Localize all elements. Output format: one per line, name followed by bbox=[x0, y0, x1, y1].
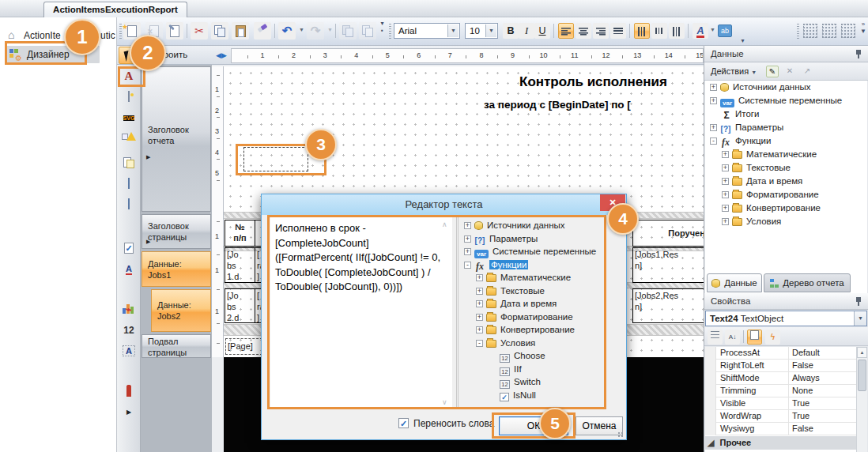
scroll-up-icon[interactable]: ∧ bbox=[442, 220, 447, 228]
tree-item[interactable]: 12IIf bbox=[488, 363, 522, 375]
scroll-up-icon[interactable]: ▲ bbox=[857, 347, 867, 358]
combo-arrow-icon[interactable]: ▼ bbox=[854, 311, 866, 326]
property-row[interactable]: VisibleTrue bbox=[705, 397, 856, 410]
page-nav-control[interactable]: ◀▶ bbox=[213, 49, 230, 62]
scroll-down-icon[interactable]: ∨ bbox=[442, 398, 447, 406]
expand-icon[interactable]: + bbox=[464, 222, 471, 229]
tree-item[interactable]: -fxФункции bbox=[710, 134, 771, 147]
tree-item[interactable]: +Математические bbox=[476, 271, 571, 284]
property-value[interactable]: True bbox=[792, 411, 810, 420]
gauge-tool-button[interactable] bbox=[119, 383, 138, 401]
band-report-title[interactable]: Заголовок отчета ▶ bbox=[142, 66, 211, 212]
bring-to-front-button[interactable] bbox=[339, 22, 357, 40]
actions-menu[interactable]: Действия bbox=[711, 66, 749, 76]
tree-item[interactable]: +[?]Параметры bbox=[710, 121, 783, 134]
cut-button[interactable]: ✂ bbox=[191, 22, 208, 40]
actions-dropdown-icon[interactable]: ▼ bbox=[751, 70, 757, 75]
expand-icon[interactable]: + bbox=[722, 218, 729, 225]
collapse-icon[interactable]: - bbox=[710, 137, 717, 145]
snap-grid-button[interactable] bbox=[841, 24, 855, 38]
expand-icon[interactable]: + bbox=[476, 326, 483, 333]
property-value[interactable]: False bbox=[792, 360, 813, 370]
italic-button[interactable]: I bbox=[519, 23, 534, 39]
dialog-splitter[interactable] bbox=[455, 217, 459, 409]
data-cell-jobs1-number[interactable]: [Jo bs 1.d bbox=[225, 247, 255, 283]
image-tool-button[interactable] bbox=[119, 88, 138, 106]
expand-icon[interactable]: + bbox=[722, 178, 729, 185]
tab-data[interactable]: Данные bbox=[707, 273, 762, 292]
page-number-cell[interactable]: [Page] bbox=[225, 338, 262, 355]
property-grid-scrollbar[interactable]: ▲ bbox=[856, 347, 867, 452]
tree-item[interactable]: +Форматирование bbox=[476, 311, 573, 323]
valign-bottom-button[interactable] bbox=[669, 23, 685, 39]
property-category-row[interactable]: ◢ Прочее bbox=[705, 436, 856, 450]
text-highlight-button[interactable]: ab bbox=[718, 24, 732, 37]
wordwrap-checkbox[interactable]: ✓ bbox=[398, 418, 409, 428]
text-tool-button[interactable]: A bbox=[119, 67, 138, 85]
richtext-tool-button[interactable]: A bbox=[119, 260, 138, 278]
font-size-combo[interactable]: 10▼ bbox=[465, 23, 498, 39]
tree-item[interactable]: +Текстовые bbox=[722, 161, 791, 174]
map-tool-button[interactable] bbox=[119, 363, 138, 381]
tree-item[interactable]: -fxФункции bbox=[464, 258, 528, 271]
checkbox-tool-button[interactable]: ✓ bbox=[119, 239, 138, 258]
text-in-cells-tool-button[interactable]: A bbox=[119, 342, 138, 360]
expand-icon[interactable]: + bbox=[476, 314, 483, 321]
pin-icon[interactable] bbox=[855, 50, 862, 58]
dialog-title[interactable]: Редактор текста bbox=[262, 194, 626, 215]
tree-item[interactable]: +Источники данных bbox=[710, 81, 811, 93]
data-cell-jobs1-resolution[interactable]: [Jobs1.Res n] bbox=[632, 247, 704, 283]
property-row[interactable]: TrimmingNone bbox=[705, 385, 856, 397]
format-painter-button[interactable] bbox=[254, 22, 271, 40]
band-page-header[interactable]: Заголовок страницы ▶ bbox=[142, 214, 211, 249]
edit-icon[interactable]: ✎ bbox=[766, 66, 779, 77]
expand-icon[interactable]: + bbox=[722, 191, 729, 198]
tree-item[interactable]: +Конвертирование bbox=[476, 323, 575, 336]
tree-item[interactable]: +Конвертирование bbox=[722, 202, 821, 214]
band-data-jobs2[interactable]: Данные: Jobs2 bbox=[151, 289, 211, 332]
scroll-thumb[interactable] bbox=[858, 360, 866, 391]
property-row[interactable]: ShiftModeAlways bbox=[705, 372, 856, 385]
align-left-button[interactable] bbox=[558, 23, 574, 39]
tree-item[interactable]: 12Choose bbox=[488, 349, 545, 362]
resize-grip[interactable] bbox=[617, 431, 624, 438]
expand-icon[interactable]: + bbox=[710, 84, 717, 91]
paste-button[interactable] bbox=[232, 22, 249, 40]
pin-icon[interactable] bbox=[855, 297, 862, 306]
tree-item[interactable]: +Источники данных bbox=[464, 219, 565, 232]
subreport-tool-button[interactable] bbox=[119, 154, 138, 172]
undo-dropdown[interactable]: ▼ bbox=[299, 27, 304, 32]
undo-button[interactable]: ↶ bbox=[278, 22, 296, 40]
selected-empty-textbox[interactable] bbox=[243, 147, 308, 171]
report-subtitle-text[interactable]: за период с [BeginDate] по [ bbox=[484, 99, 631, 111]
number-tool-button[interactable]: 12 bbox=[119, 322, 138, 340]
tree-item[interactable]: +varСистемные переменные bbox=[710, 94, 842, 107]
band-expander-icon[interactable]: ▶ bbox=[146, 154, 150, 160]
valign-top-button[interactable] bbox=[634, 23, 650, 39]
combo-arrow-icon[interactable]: ▼ bbox=[485, 24, 496, 37]
tree-item[interactable]: +Дата и время bbox=[476, 297, 557, 310]
page-setup-button[interactable] bbox=[166, 22, 183, 40]
band-data-jobs1[interactable]: Данные: Jobs1 bbox=[142, 251, 211, 287]
property-value[interactable]: False bbox=[792, 424, 813, 433]
property-value[interactable]: None bbox=[792, 386, 813, 395]
expand-icon[interactable]: + bbox=[722, 164, 729, 171]
property-row[interactable]: WordWrapTrue bbox=[705, 410, 856, 423]
report-title-text[interactable]: Контроль исполнения bbox=[519, 74, 667, 90]
toolbox-expander[interactable]: ▶ bbox=[119, 404, 138, 422]
expand-icon[interactable]: + bbox=[476, 300, 483, 307]
tree-item[interactable]: +Дата и время bbox=[722, 175, 802, 187]
expand-icon[interactable]: + bbox=[722, 205, 729, 212]
sparkline-tool-button[interactable]: ⌁ bbox=[119, 301, 138, 319]
property-value[interactable]: Default bbox=[792, 348, 820, 357]
tree-item[interactable]: +varСистемные переменные bbox=[464, 245, 596, 258]
font-name-combo[interactable]: Arial▼ bbox=[394, 23, 460, 39]
font-color-button[interactable]: A bbox=[693, 23, 708, 39]
copy-button[interactable] bbox=[211, 22, 228, 40]
expand-icon[interactable]: + bbox=[722, 151, 729, 158]
barcode-tool-button[interactable] bbox=[119, 216, 138, 234]
expand-icon[interactable]: + bbox=[476, 288, 483, 295]
redo-dropdown[interactable]: ▼ bbox=[327, 27, 333, 32]
underline-button[interactable]: U bbox=[534, 23, 550, 39]
tree-item[interactable]: ✓IsNull bbox=[488, 389, 536, 401]
